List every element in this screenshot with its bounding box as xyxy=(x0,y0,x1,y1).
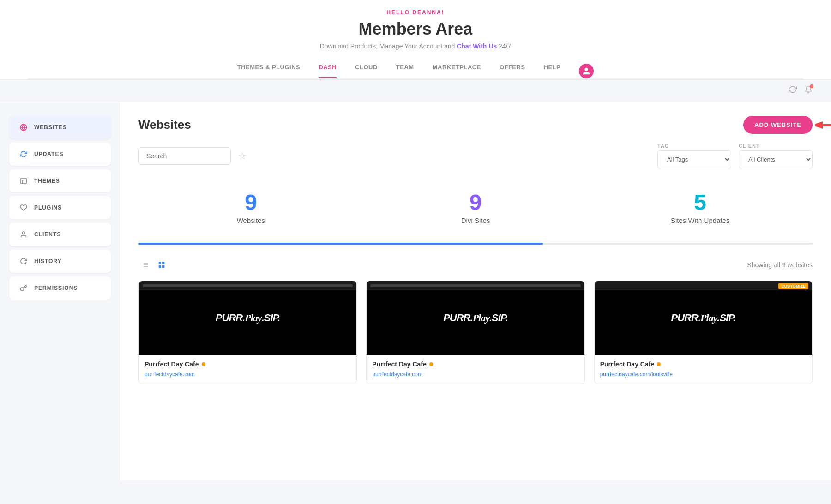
website-info: Purrfect Day Cafe purrfectdaycafe.com xyxy=(367,355,584,384)
website-url[interactable]: purrfectdaycafe.com xyxy=(145,371,195,378)
notification-badge xyxy=(810,84,813,88)
nav-cloud[interactable]: CLOUD xyxy=(355,64,378,78)
website-card: PURR.Play.SIP. Purrfect Day Cafe purrfec… xyxy=(138,281,357,384)
svg-rect-16 xyxy=(162,265,164,268)
hello-greeting: HELLO DEANNA! xyxy=(0,9,831,16)
sidebar-item-plugins[interactable]: PLUGINS xyxy=(9,196,111,219)
status-indicator xyxy=(429,362,433,366)
page-main-title: Members Area xyxy=(0,19,831,39)
svg-rect-2 xyxy=(21,178,26,184)
website-thumbnail: PURR.Play.SIP. xyxy=(139,281,356,355)
sidebar-themes-label: THEMES xyxy=(34,178,60,184)
tag-filter-label: TAG xyxy=(657,143,731,149)
client-filter-label: CLIENT xyxy=(739,143,813,149)
site-preview-logo: PURR.Play.SIP. xyxy=(216,312,280,324)
nav-help[interactable]: HELP xyxy=(544,64,561,78)
refresh-icon[interactable] xyxy=(789,85,797,96)
grid-view-button[interactable] xyxy=(155,258,168,271)
sidebar-item-clients[interactable]: CLIENTS xyxy=(9,223,111,246)
content-header: Websites ADD WEBSITE xyxy=(138,116,813,134)
sidebar: WEBSITES UPDATES THEMES PLUGINS CLIENTS xyxy=(0,102,120,480)
website-name: Purrfect Day Cafe xyxy=(145,360,351,368)
browser-bar xyxy=(139,281,356,290)
updates-label: Sites With Updates xyxy=(588,216,813,224)
progress-fill xyxy=(138,243,543,245)
website-url[interactable]: purrfectdaycafe.com/louisville xyxy=(600,371,673,378)
websites-grid: PURR.Play.SIP. Purrfect Day Cafe purrfec… xyxy=(138,281,813,384)
websites-label: Websites xyxy=(138,216,363,224)
svg-rect-15 xyxy=(162,262,164,264)
sidebar-item-themes[interactable]: THEMES xyxy=(9,169,111,192)
key-icon xyxy=(18,283,29,293)
sidebar-item-permissions[interactable]: PERMISSIONS xyxy=(9,276,111,300)
notifications-icon[interactable] xyxy=(804,85,813,96)
sidebar-item-updates[interactable]: UPDATES xyxy=(9,143,111,166)
nav-dash[interactable]: DASH xyxy=(319,64,337,78)
sidebar-websites-label: WEBSITES xyxy=(34,124,67,131)
filters-bar: ☆ TAG All Tags CLIENT All Clients xyxy=(138,143,813,168)
website-info: Purrfect Day Cafe purrfectdaycafe.com xyxy=(139,355,356,384)
favorite-filter-button[interactable]: ☆ xyxy=(238,150,247,162)
client-filter-select[interactable]: All Clients xyxy=(739,150,813,168)
view-toggle xyxy=(138,258,168,271)
history-icon xyxy=(18,256,29,266)
tag-filter-select[interactable]: All Tags xyxy=(657,150,731,168)
website-url[interactable]: purrfectdaycafe.com xyxy=(372,371,422,378)
user-avatar[interactable] xyxy=(579,64,594,78)
toolbar xyxy=(0,80,831,102)
arrow-indicator xyxy=(815,118,831,132)
nav-team[interactable]: TEAM xyxy=(396,64,414,78)
status-indicator xyxy=(202,362,205,366)
search-input[interactable] xyxy=(138,147,231,165)
subtitle-text: Download Products, Manage Your Account a… xyxy=(320,42,455,50)
header-top: HELLO DEANNA! Members Area Download Prod… xyxy=(0,9,831,64)
browser-bar xyxy=(367,281,584,290)
sidebar-updates-label: UPDATES xyxy=(34,151,63,157)
refresh-icon xyxy=(18,149,29,159)
main-layout: WEBSITES UPDATES THEMES PLUGINS CLIENTS xyxy=(0,102,831,480)
header-subtitle: Download Products, Manage Your Account a… xyxy=(0,42,831,50)
add-website-wrapper: ADD WEBSITE xyxy=(743,116,813,134)
website-name: Purrfect Day Cafe xyxy=(600,360,807,368)
divi-label: Divi Sites xyxy=(363,216,588,224)
sidebar-permissions-label: PERMISSIONS xyxy=(34,285,78,291)
nav-themes-plugins[interactable]: THEMES & PLUGINS xyxy=(237,64,301,78)
showing-count: Showing all 9 websites xyxy=(747,261,813,269)
svg-rect-14 xyxy=(159,262,161,264)
content-area: Websites ADD WEBSITE ☆ TAG xyxy=(120,102,831,480)
progress-bar xyxy=(138,243,813,245)
chat-link[interactable]: Chat With Us xyxy=(457,42,497,50)
stat-websites: 9 Websites xyxy=(138,182,363,234)
add-website-button[interactable]: ADD WEBSITE xyxy=(743,116,813,134)
client-filter-group: CLIENT All Clients xyxy=(739,143,813,168)
sidebar-plugins-label: PLUGINS xyxy=(34,204,62,211)
page-title: Websites xyxy=(138,118,191,132)
grid-controls: Showing all 9 websites xyxy=(138,258,813,271)
website-name: Purrfect Day Cafe xyxy=(372,360,578,368)
websites-count: 9 xyxy=(138,192,363,214)
browser-bar: CUSTOMIZE xyxy=(595,281,812,290)
site-header: HELLO DEANNA! Members Area Download Prod… xyxy=(0,0,831,80)
nav-offers[interactable]: OFFERS xyxy=(500,64,525,78)
globe-icon xyxy=(18,122,29,132)
stat-divi: 9 Divi Sites xyxy=(363,182,588,234)
website-thumbnail: CUSTOMIZE PURR.Play.SIP. xyxy=(595,281,812,355)
sidebar-item-history[interactable]: HISTORY xyxy=(9,250,111,273)
status-indicator xyxy=(657,362,661,366)
site-preview-logo: PURR.Play.SIP. xyxy=(671,312,736,324)
nav-marketplace[interactable]: MARKETPLACE xyxy=(433,64,481,78)
svg-rect-17 xyxy=(159,265,161,268)
tag-filter-group: TAG All Tags xyxy=(657,143,731,168)
subtitle-suffix: 24/7 xyxy=(499,42,511,50)
plugin-icon xyxy=(18,203,29,213)
website-info: Purrfect Day Cafe purrfectdaycafe.com/lo… xyxy=(595,355,812,384)
website-thumbnail: PURR.Play.SIP. xyxy=(367,281,584,355)
stats-bar: 9 Websites 9 Divi Sites 5 Sites With Upd… xyxy=(138,182,813,234)
website-card: PURR.Play.SIP. Purrfect Day Cafe purrfec… xyxy=(366,281,584,384)
sidebar-history-label: HISTORY xyxy=(34,258,62,264)
sidebar-clients-label: CLIENTS xyxy=(34,231,61,238)
divi-count: 9 xyxy=(363,192,588,214)
sidebar-item-websites[interactable]: WEBSITES xyxy=(9,116,111,139)
updates-count: 5 xyxy=(588,192,813,214)
list-view-button[interactable] xyxy=(138,258,151,271)
